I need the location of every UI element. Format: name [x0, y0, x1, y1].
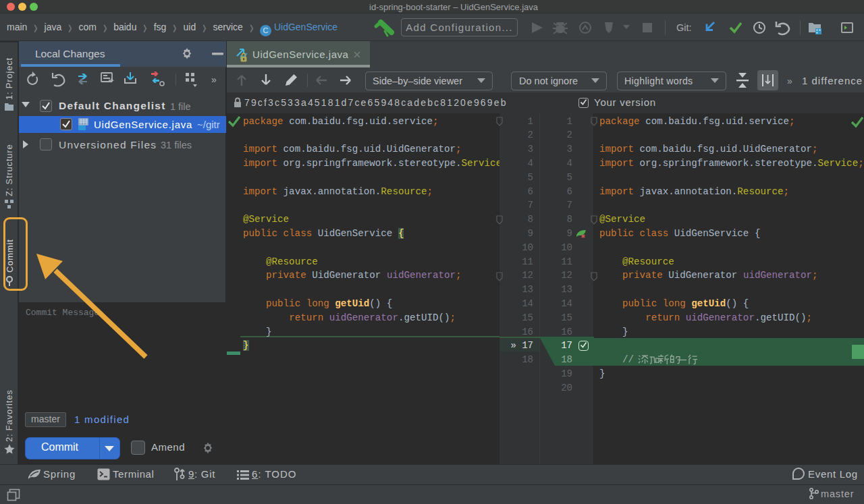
svg-text:Highlight words: Highlight words — [624, 76, 693, 86]
svg-text:Git:: Git: — [676, 22, 692, 33]
svg-text:Do not ignore: Do not ignore — [519, 76, 578, 86]
svg-text:»: » — [211, 74, 217, 85]
svg-text:1 difference: 1 difference — [802, 75, 863, 86]
svg-text:Side–by–side viewer: Side–by–side viewer — [373, 76, 462, 86]
svg-text:»: » — [787, 76, 792, 86]
